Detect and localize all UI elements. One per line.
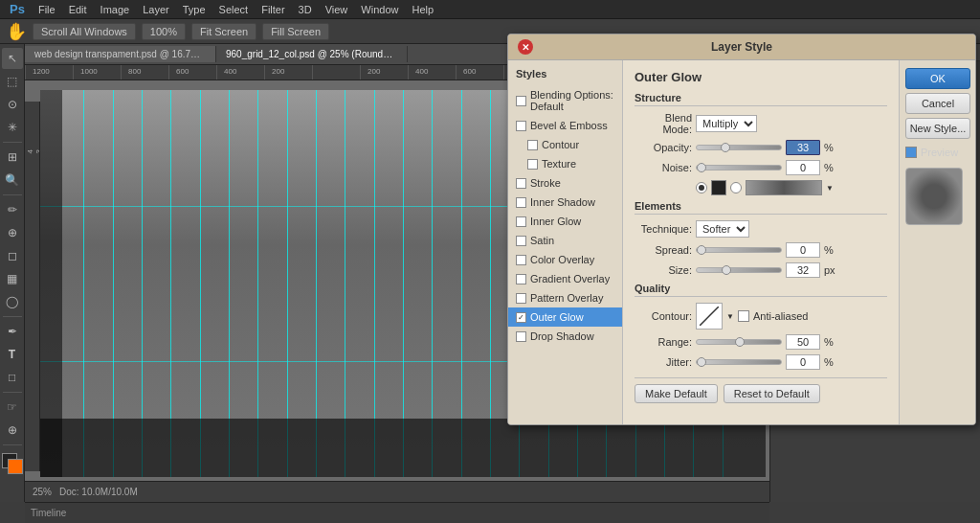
style-satin[interactable]: Satin <box>508 231 622 250</box>
color-radio-1[interactable] <box>696 182 707 193</box>
size-slider[interactable] <box>696 267 782 273</box>
gradient-tool[interactable]: ▦ <box>2 268 23 289</box>
opacity-value-input[interactable] <box>786 140 820 155</box>
style-stroke[interactable]: Stroke <box>508 173 622 193</box>
style-outer-glow[interactable]: Outer Glow <box>508 307 622 327</box>
new-style-button[interactable]: New Style... <box>905 118 970 139</box>
style-checkbox-color-overlay[interactable] <box>516 255 526 265</box>
hand-tool[interactable]: ☞ <box>2 397 23 418</box>
anti-alias-checkbox[interactable] <box>738 310 749 322</box>
background-color[interactable] <box>8 459 23 474</box>
menu-file[interactable]: File <box>33 2 61 17</box>
menu-window[interactable]: Window <box>355 2 404 17</box>
spread-slider-thumb[interactable] <box>697 245 706 255</box>
menu-image[interactable]: Image <box>95 2 136 17</box>
style-checkbox-satin[interactable] <box>516 236 526 246</box>
clone-tool[interactable]: ⊕ <box>2 222 23 243</box>
style-checkbox-blending[interactable] <box>516 96 526 106</box>
style-checkbox-pattern-overlay[interactable] <box>516 293 526 304</box>
color-radio-2[interactable] <box>730 182 742 193</box>
style-checkbox-contour[interactable] <box>527 140 538 150</box>
noise-slider-thumb[interactable] <box>697 163 706 172</box>
shape-tool[interactable]: □ <box>2 367 23 388</box>
menu-edit[interactable]: Edit <box>63 2 93 17</box>
technique-select[interactable]: Softer <box>696 220 749 238</box>
move-tool[interactable]: ↖ <box>2 48 23 69</box>
fit-screen-button[interactable]: Fit Screen <box>191 23 256 40</box>
contour-dropdown-arrow[interactable]: ▼ <box>726 312 734 321</box>
contour-preview-swatch[interactable] <box>696 303 723 330</box>
style-checkbox-bevel[interactable] <box>516 121 526 131</box>
spread-slider[interactable] <box>696 247 782 253</box>
lasso-tool[interactable]: ⊙ <box>2 94 23 115</box>
color-swatch-black[interactable] <box>711 180 726 195</box>
text-tool[interactable]: T <box>2 344 23 365</box>
range-row: Range: % <box>635 334 887 350</box>
fill-screen-button[interactable]: Fill Screen <box>262 23 329 40</box>
range-value-input[interactable] <box>786 334 820 350</box>
style-checkbox-stroke[interactable] <box>516 178 526 189</box>
brush-tool[interactable]: ✏ <box>2 199 23 220</box>
tab-0[interactable]: web design transpament.psd @ 16.7% (Grad… <box>25 46 216 62</box>
crop-tool[interactable]: ⊞ <box>2 147 23 168</box>
eraser-tool[interactable]: ◻ <box>2 245 23 266</box>
magic-wand-tool[interactable]: ✳ <box>2 117 23 138</box>
style-inner-glow[interactable]: Inner Glow <box>508 212 622 231</box>
jitter-slider[interactable] <box>696 359 782 365</box>
dialog-close-button[interactable]: ✕ <box>518 39 533 55</box>
tab-1[interactable]: 960_grid_12_col.psd @ 25% (Rounded Recta… <box>216 46 408 62</box>
style-checkbox-drop-shadow[interactable] <box>516 331 526 342</box>
gradient-arrow[interactable]: ▼ <box>826 184 834 193</box>
color-swatches[interactable] <box>2 453 23 474</box>
jitter-value-input[interactable] <box>786 354 820 370</box>
opacity-slider[interactable] <box>696 145 782 150</box>
menu-help[interactable]: Help <box>406 2 439 17</box>
jitter-slider-thumb[interactable] <box>697 357 706 367</box>
preview-checkbox[interactable] <box>905 147 917 158</box>
dodge-tool[interactable]: ◯ <box>2 291 23 312</box>
style-inner-shadow[interactable]: Inner Shadow <box>508 193 622 212</box>
spread-value-input[interactable] <box>786 242 820 258</box>
menu-filter[interactable]: Filter <box>256 2 290 17</box>
style-checkbox-gradient-overlay[interactable] <box>516 274 526 284</box>
range-slider-thumb[interactable] <box>735 337 745 347</box>
zoom-tool[interactable]: ⊕ <box>2 420 23 441</box>
noise-value-input[interactable] <box>786 160 820 175</box>
hand-tool-icon[interactable]: ✋ <box>6 21 27 42</box>
style-texture[interactable]: Texture <box>508 154 622 173</box>
zoom-value-button[interactable]: 100% <box>142 23 186 40</box>
style-gradient-overlay[interactable]: Gradient Overlay <box>508 269 622 288</box>
range-slider[interactable] <box>696 339 782 345</box>
blend-mode-select[interactable]: Multiply <box>696 115 757 132</box>
menu-layer[interactable]: Layer <box>137 2 175 17</box>
style-checkbox-texture[interactable] <box>527 159 538 170</box>
pen-tool[interactable]: ✒ <box>2 321 23 342</box>
opacity-unit: % <box>824 142 839 153</box>
style-checkbox-inner-shadow[interactable] <box>516 197 526 208</box>
opacity-slider-thumb[interactable] <box>721 143 730 152</box>
size-slider-thumb[interactable] <box>722 265 731 275</box>
menu-view[interactable]: View <box>320 2 354 17</box>
style-blending-options[interactable]: Blending Options: Default <box>508 85 622 116</box>
style-pattern-overlay[interactable]: Pattern Overlay <box>508 288 622 307</box>
style-bevel-emboss[interactable]: Bevel & Emboss <box>508 116 622 135</box>
menu-select[interactable]: Select <box>213 2 255 17</box>
noise-slider[interactable] <box>696 165 782 171</box>
scroll-all-windows-button[interactable]: Scroll All Windows <box>33 23 136 40</box>
menu-3d[interactable]: 3D <box>293 2 318 17</box>
spread-unit: % <box>824 244 839 256</box>
gradient-swatch[interactable] <box>746 180 822 195</box>
style-color-overlay[interactable]: Color Overlay <box>508 250 622 269</box>
menu-type[interactable]: Type <box>177 2 212 17</box>
selection-tool[interactable]: ⬚ <box>2 71 23 92</box>
reset-to-default-button[interactable]: Reset to Default <box>724 384 820 403</box>
style-checkbox-inner-glow[interactable] <box>516 216 526 227</box>
style-contour[interactable]: Contour <box>508 135 622 154</box>
style-drop-shadow[interactable]: Drop Shadow <box>508 327 622 346</box>
size-value-input[interactable] <box>786 262 820 278</box>
ok-button[interactable]: OK <box>905 68 970 89</box>
style-checkbox-outer-glow[interactable] <box>516 312 526 323</box>
cancel-button[interactable]: Cancel <box>905 93 970 114</box>
eyedropper-tool[interactable]: 🔍 <box>2 170 23 191</box>
make-default-button[interactable]: Make Default <box>635 384 718 403</box>
